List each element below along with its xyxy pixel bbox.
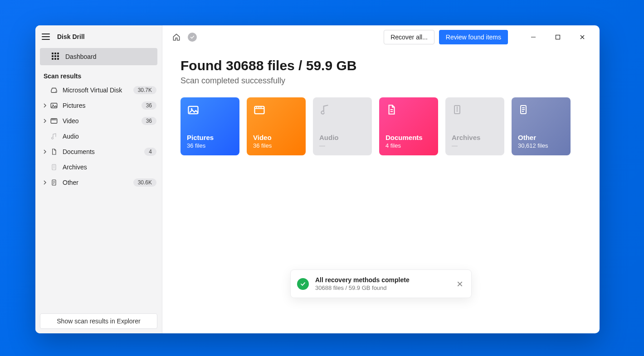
sidebar-item-label: Documents [63,148,141,155]
card-name: Other [518,134,564,141]
sidebar-item-badge: 30.6K [133,178,156,187]
app-window: Disk Drill Dashboard Scan results Micros… [35,25,600,333]
card-video[interactable]: Video 36 files [247,97,306,155]
sidebar-item-label: Video [63,117,139,125]
svg-rect-10 [255,106,264,114]
sidebar-footer: Show scan results in Explorer [35,313,162,329]
home-icon[interactable] [170,30,183,44]
chevron-right-icon [43,149,47,154]
card-name: Audio [319,134,366,141]
completion-toast: All recovery methods complete 30688 file… [290,269,472,298]
sidebar-item-video[interactable]: Video 36 [35,113,162,129]
video-icon [50,117,58,125]
card-count: 30,612 files [518,142,564,149]
nav-dashboard-label: Dashboard [65,53,97,60]
card-name: Pictures [187,134,233,141]
check-circle-icon [297,278,309,290]
sidebar-item-label: Archives [63,164,156,171]
card-documents[interactable]: Documents 4 files [379,97,438,155]
status-check-icon [188,33,197,42]
sidebar-item-pictures[interactable]: Pictures 36 [35,98,162,113]
document-icon [50,148,58,156]
minimize-icon[interactable] [523,30,543,44]
main-area: Recover all... Review found items Found … [162,25,600,333]
sidebar-item-badge: 36 [141,101,156,110]
toast-subtitle: 30688 files / 59.9 GB found [315,284,449,291]
card-audio[interactable]: Audio — [313,97,372,155]
image-icon [50,101,58,110]
svg-rect-3 [51,119,57,124]
card-pictures[interactable]: Pictures 36 files [181,97,239,155]
recover-all-button[interactable]: Recover all... [384,30,434,44]
archive-icon [452,104,464,116]
chevron-right-icon [43,103,47,108]
toast-title: All recovery methods complete [315,276,449,284]
svg-rect-7 [556,35,560,39]
archive-icon [50,163,58,171]
sidebar-item-label: Microsoft Virtual Disk [63,87,131,94]
content: Found 30688 files / 59.9 GB Scan complet… [162,49,600,155]
sidebar-item-audio[interactable]: Audio [35,129,162,144]
sidebar-item-label: Audio [63,133,156,140]
topbar: Recover all... Review found items [162,25,600,49]
document-icon [385,104,398,116]
sidebar-item-disk[interactable]: Microsoft Virtual Disk 30.7K [35,82,162,98]
music-icon [50,132,58,140]
grid-icon [52,53,60,61]
video-icon [253,104,266,116]
sidebar-item-badge: 36 [141,117,156,125]
maximize-icon[interactable] [548,30,568,44]
sidebar-section-header: Scan results [35,66,162,82]
close-icon[interactable] [455,279,465,289]
sidebar-item-archives[interactable]: Archives [35,159,162,175]
card-count: — [319,142,366,149]
app-title: Disk Drill [57,33,85,40]
card-name: Documents [385,134,432,141]
nav-dashboard[interactable]: Dashboard [40,48,157,65]
chevron-right-icon [43,119,47,123]
image-icon [187,104,200,116]
svg-point-12 [456,110,458,111]
other-icon [518,104,531,116]
summary-headline: Found 30688 files / 59.9 GB [181,58,581,73]
category-cards: Pictures 36 files Video 36 files Audio — [181,97,581,155]
sidebar-item-other[interactable]: Other 30.6K [35,175,162,190]
show-in-explorer-button[interactable]: Show scan results in Explorer [40,313,157,329]
sidebar: Disk Drill Dashboard Scan results Micros… [35,25,162,333]
review-found-items-button[interactable]: Review found items [439,30,508,44]
music-icon [319,104,332,116]
sidebar-titlebar: Disk Drill [35,25,162,46]
sidebar-item-badge: 4 [144,148,156,156]
card-name: Archives [452,134,498,141]
sidebar-item-label: Pictures [63,102,139,109]
card-other[interactable]: Other 30,612 files [512,97,571,155]
card-count: 36 files [187,142,233,149]
sidebar-item-label: Other [63,179,131,186]
disk-icon [50,86,58,94]
card-count: 36 files [253,142,299,149]
card-count: 4 files [385,142,432,149]
svg-point-0 [55,91,56,92]
sidebar-item-badge: 30.7K [133,86,156,94]
card-name: Video [253,134,299,141]
summary-subhead: Scan completed successfully [181,76,581,86]
hamburger-icon[interactable] [42,32,52,42]
chevron-right-icon [43,180,47,185]
other-icon [50,178,58,187]
card-archives[interactable]: Archives — [445,97,504,155]
sidebar-item-documents[interactable]: Documents 4 [35,144,162,159]
toast-text: All recovery methods complete 30688 file… [315,276,449,291]
svg-point-5 [54,168,54,168]
card-count: — [452,142,498,149]
close-icon[interactable] [572,30,592,44]
